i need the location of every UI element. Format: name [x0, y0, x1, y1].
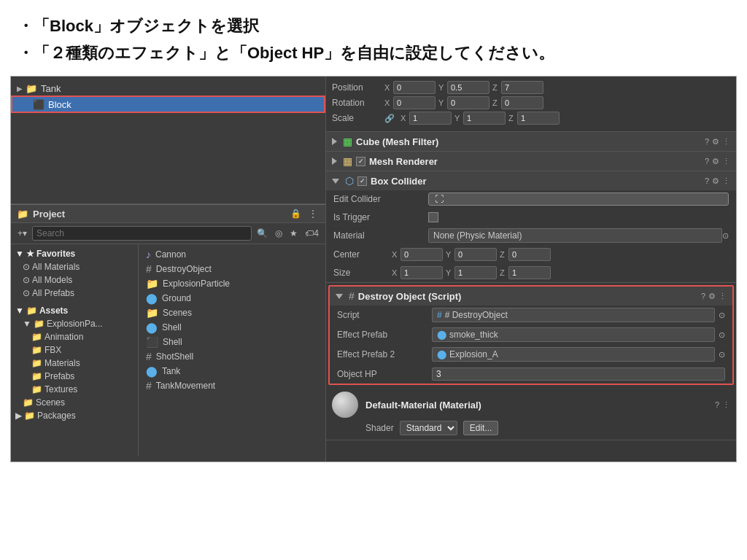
scale-y-input[interactable] — [463, 112, 506, 125]
hierarchy-item-block[interactable]: ⬛ Block — [11, 96, 325, 113]
asset-ground[interactable]: ⬤ Ground — [143, 291, 321, 306]
music-icon: ♪ — [146, 249, 151, 260]
prefabs-item[interactable]: 📁 Prefabs — [11, 370, 138, 383]
effect-prefab-select[interactable]: ⊙ — [719, 330, 725, 340]
hash-icon2: # — [146, 351, 152, 362]
rotation-z-input[interactable] — [501, 96, 543, 109]
script-select-btn[interactable]: ⊙ — [719, 311, 725, 320]
edit-material-button[interactable]: Edit... — [463, 421, 499, 435]
size-y-input[interactable] — [454, 266, 497, 279]
sphere-blue-icon2: ⬤ — [146, 322, 158, 333]
script-prefab-field[interactable]: # # DestroyObject — [432, 308, 715, 322]
position-x-input[interactable] — [393, 81, 436, 94]
all-prefabs-item[interactable]: ⊙ All Prefabs — [11, 287, 138, 300]
explosionpa-item[interactable]: ▼ 📁 ExplosionPa... — [11, 317, 138, 330]
materials-item[interactable]: 📁 Materials — [11, 357, 138, 370]
sphere-blue-icon: ⬤ — [146, 292, 158, 304]
destroy-object-header[interactable]: # Destroy Object (Script) ? ⚙ ⋮ — [330, 287, 732, 306]
packages-item[interactable]: ▶ 📁 Packages — [11, 409, 138, 422]
animation-item[interactable]: 📁 Animation — [11, 330, 138, 343]
shader-select[interactable]: Standard — [400, 421, 457, 435]
box-collider-header[interactable]: ⬡ ✓ Box Collider ? ⚙ ⋮ — [326, 171, 736, 190]
add-button[interactable]: +▾ — [15, 228, 29, 239]
scale-x-group: X — [400, 112, 452, 125]
edit-collider-btn[interactable]: ⛶ — [428, 192, 729, 206]
destroy-object-title: Destroy Object (Script) — [358, 291, 697, 302]
folder-icon5: 📁 — [31, 345, 42, 355]
y-letter: Y — [438, 83, 446, 92]
instruction-line2: ・「２種類のエフェクト」と「Object HP」を自由に設定してください。 — [18, 40, 729, 66]
script-script-value: # # DestroyObject ⊙ — [432, 308, 725, 322]
effect-prefab-row: Effect Prefab ⬤ smoke_thick ⊙ — [330, 325, 732, 345]
rotation-fields: X Y Z — [384, 96, 730, 109]
asset-cannon[interactable]: ♪ Cannon — [143, 247, 321, 262]
star-icon: ★ — [26, 249, 34, 259]
dots-icon5: ⋮ — [722, 400, 730, 410]
all-materials-item[interactable]: ⊙ All Materials — [11, 260, 138, 273]
center-y-input[interactable] — [454, 248, 497, 261]
position-z-input[interactable] — [501, 81, 543, 94]
destroy-object-body: Script # # DestroyObject ⊙ Effect Prefab… — [330, 306, 732, 384]
center-z-input[interactable] — [508, 248, 551, 261]
position-y-input[interactable] — [447, 81, 489, 94]
question-icon2: ? — [705, 157, 709, 166]
assets-header[interactable]: ▼ 📁 Assets — [11, 304, 138, 317]
mesh-renderer-checkbox[interactable]: ✓ — [356, 157, 365, 166]
rotation-x-input[interactable] — [393, 96, 436, 109]
scale-x-input[interactable] — [409, 112, 452, 125]
rotation-y-input[interactable] — [447, 96, 489, 109]
center-x-input[interactable] — [400, 248, 443, 261]
shader-label: Shader — [365, 423, 394, 433]
hierarchy-item-tank[interactable]: ▶ 📁 Tank — [11, 81, 325, 96]
asset-tankmovement[interactable]: # TankMovement — [143, 378, 321, 393]
sz2-group: Z — [500, 266, 551, 279]
bc-material-label: Material — [333, 230, 428, 241]
question-icon3: ? — [705, 176, 709, 186]
tag-icon[interactable]: 🏷4 — [303, 228, 321, 239]
asset-shell-2[interactable]: ⬛ Shell — [143, 335, 321, 349]
more-button[interactable]: ⋮ — [306, 208, 320, 219]
asset-destroyobject[interactable]: # DestroyObject — [143, 262, 321, 276]
asset-shell-1[interactable]: ⬤ Shell — [143, 320, 321, 335]
asset-explosionparticle[interactable]: 📁 ExplosionParticle — [143, 276, 321, 291]
scenes-tree-item[interactable]: 📁 Scenes — [11, 396, 138, 409]
rotation-label: Rotation — [332, 98, 384, 108]
is-trigger-checkbox[interactable] — [428, 212, 438, 222]
search-icon[interactable]: 🔍 — [255, 228, 270, 239]
search-input[interactable] — [32, 226, 252, 241]
effect-prefab-field[interactable]: ⬤ smoke_thick — [432, 327, 715, 342]
mesh-renderer-icon: ▦ — [343, 155, 352, 167]
all-models-item[interactable]: ⊙ All Models — [11, 273, 138, 287]
object-hp-input[interactable] — [432, 368, 725, 381]
assets-list: ♪ Cannon # DestroyObject 📁 ExplosionPart… — [139, 244, 325, 456]
bc-material-select[interactable]: ⊙ — [722, 231, 729, 241]
instructions-panel: ・「Block」オブジェクトを選択 ・「２種類のエフェクト」と「Object H… — [0, 0, 747, 76]
lock-button[interactable]: 🔒 — [288, 208, 303, 219]
textures-item[interactable]: 📁 Textures — [11, 383, 138, 396]
dots-icon3: ⋮ — [722, 176, 730, 186]
cx-group: X — [392, 248, 443, 261]
star-icon[interactable]: ★ — [287, 228, 300, 239]
fbx-item[interactable]: 📁 FBX — [11, 343, 138, 357]
mesh-renderer-actions: ? ⚙ ⋮ — [705, 157, 730, 166]
box-collider-checkbox[interactable]: ✓ — [357, 176, 367, 186]
filter-icon[interactable]: ◎ — [273, 228, 285, 239]
effect-prefab2-field[interactable]: ⬤ Explosion_A — [432, 347, 715, 362]
mesh-filter-header[interactable]: ▦ Cube (Mesh Filter) ? ⚙ ⋮ — [326, 132, 736, 151]
mesh-renderer-arrow — [332, 158, 337, 165]
folder-icon9: 📁 — [23, 397, 34, 408]
asset-shotshell[interactable]: # ShotShell — [143, 349, 321, 364]
x-letter: X — [384, 83, 392, 92]
favorites-header[interactable]: ▼ ★ Favorites — [11, 247, 138, 260]
bc-material-value[interactable]: None (Physic Material) — [428, 228, 722, 243]
box-collider-icon: ⬡ — [345, 175, 354, 187]
sx2-group: X — [392, 266, 443, 279]
asset-scenes[interactable]: 📁 Scenes — [143, 306, 321, 320]
effect-prefab2-select[interactable]: ⊙ — [719, 350, 725, 359]
size-z-input[interactable] — [508, 266, 551, 279]
size-x-input[interactable] — [400, 266, 443, 279]
question-icon4: ? — [701, 292, 705, 301]
scale-z-input[interactable] — [517, 112, 560, 125]
asset-tank[interactable]: ⬤ Tank — [143, 364, 321, 378]
mesh-renderer-header[interactable]: ▦ ✓ Mesh Renderer ? ⚙ ⋮ — [326, 152, 736, 171]
